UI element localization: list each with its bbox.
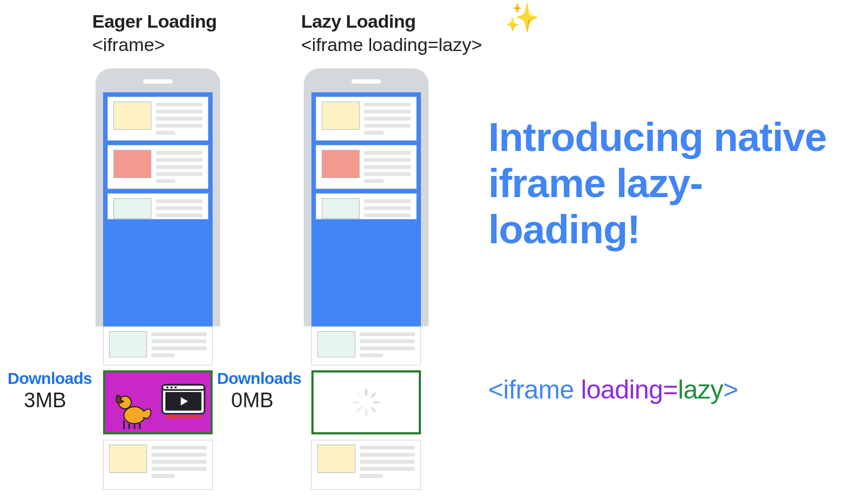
- text-line: [156, 158, 202, 162]
- phone-screen: [103, 92, 213, 326]
- text-lines: [364, 150, 411, 183]
- dog-icon: [108, 376, 156, 429]
- thumbnail-icon: [109, 445, 147, 473]
- text-line: [156, 151, 202, 155]
- text-lines: [364, 198, 411, 219]
- content-card: [316, 145, 417, 189]
- eager-title-text: Eager Loading: [92, 10, 217, 33]
- text-line: [156, 172, 202, 176]
- below-fold: [311, 440, 421, 490]
- text-line: [360, 446, 415, 450]
- text-lines: [360, 445, 415, 489]
- svg-rect-17: [356, 406, 362, 413]
- snippet-val: lazy: [678, 375, 723, 404]
- code-snippet: <iframe loading=lazy>: [488, 375, 738, 405]
- content-card: [311, 326, 421, 365]
- text-line: [360, 332, 415, 336]
- eager-download: Downloads 3MB: [8, 369, 94, 412]
- text-line: [360, 346, 415, 350]
- lazy-title: Lazy Loading <iframe loading=lazy>: [301, 10, 482, 56]
- iframe-placeholder: [311, 370, 421, 434]
- svg-rect-13: [370, 392, 376, 399]
- text-lines: [151, 445, 207, 489]
- text-lines: [156, 198, 202, 219]
- text-line: [360, 460, 415, 464]
- iframe-loaded: [103, 370, 213, 434]
- content-card: [103, 326, 213, 365]
- text-line: [364, 110, 411, 113]
- text-lines: [156, 150, 202, 183]
- text-line: [156, 117, 202, 121]
- svg-point-2: [122, 400, 124, 402]
- video-player-icon: [159, 376, 207, 429]
- download-label: Downloads: [217, 369, 304, 388]
- text-line: [151, 446, 207, 450]
- download-value: 0MB: [217, 389, 304, 412]
- phone-earpiece: [352, 79, 381, 84]
- text-lines: [364, 102, 411, 135]
- text-line: [364, 124, 411, 128]
- lazy-code-text: <iframe loading=lazy>: [301, 33, 482, 56]
- text-line: [360, 467, 415, 471]
- headline-text: Introducing native iframe lazy-loading!: [488, 114, 846, 252]
- text-lines: [360, 331, 415, 365]
- content-card: [316, 97, 417, 141]
- svg-rect-18: [353, 401, 360, 403]
- text-line: [156, 179, 175, 183]
- content-card: [107, 145, 208, 189]
- content-card: [311, 440, 421, 490]
- text-line: [364, 117, 411, 121]
- text-line: [151, 467, 207, 471]
- text-line: [156, 165, 202, 169]
- snippet-attr: loading=: [581, 375, 678, 404]
- phone-frame: [304, 68, 429, 326]
- svg-point-11: [169, 414, 174, 420]
- content-card: [107, 193, 208, 219]
- text-line: [156, 103, 202, 106]
- thumbnail-icon: [113, 150, 151, 178]
- content-card: [107, 97, 208, 141]
- diagram-stage: Eager Loading <iframe> Lazy Loading <ifr…: [0, 0, 868, 499]
- text-line: [151, 332, 207, 336]
- text-line: [151, 474, 175, 478]
- eager-code-text: <iframe>: [92, 33, 217, 56]
- text-line: [360, 453, 415, 457]
- eager-phone: [95, 68, 220, 326]
- text-line: [151, 346, 207, 350]
- text-line: [156, 199, 202, 203]
- content-card: [316, 193, 417, 219]
- text-line: [156, 213, 202, 217]
- svg-point-6: [170, 387, 173, 389]
- text-line: [364, 103, 411, 106]
- thumbnail-icon: [113, 102, 151, 130]
- loading-spinner-icon: [352, 388, 381, 417]
- text-line: [156, 206, 202, 210]
- thumbnail-icon: [322, 102, 360, 130]
- text-line: [364, 179, 384, 183]
- thumbnail-icon: [322, 198, 360, 219]
- snippet-close: >: [723, 375, 738, 404]
- phone-screen: [311, 92, 421, 326]
- lazy-download: Downloads 0MB: [217, 369, 304, 412]
- phone-earpiece: [143, 79, 173, 84]
- eager-title: Eager Loading <iframe>: [92, 10, 217, 56]
- svg-point-5: [167, 387, 169, 389]
- thumbnail-icon: [322, 150, 360, 178]
- thumbnail-icon: [113, 198, 151, 219]
- text-line: [360, 474, 383, 478]
- svg-point-0: [124, 407, 145, 424]
- svg-rect-14: [373, 401, 380, 403]
- text-lines: [156, 102, 202, 135]
- lazy-phone: [304, 68, 429, 326]
- text-line: [156, 131, 175, 135]
- text-line: [364, 131, 384, 135]
- thumbnail-icon: [109, 331, 147, 357]
- text-line: [156, 124, 202, 128]
- svg-point-7: [175, 387, 177, 389]
- download-value: 3MB: [8, 389, 94, 412]
- below-fold: [103, 440, 213, 490]
- snippet-open: <iframe: [488, 375, 581, 404]
- text-line: [364, 199, 411, 203]
- svg-rect-19: [356, 392, 362, 399]
- text-line: [364, 213, 411, 217]
